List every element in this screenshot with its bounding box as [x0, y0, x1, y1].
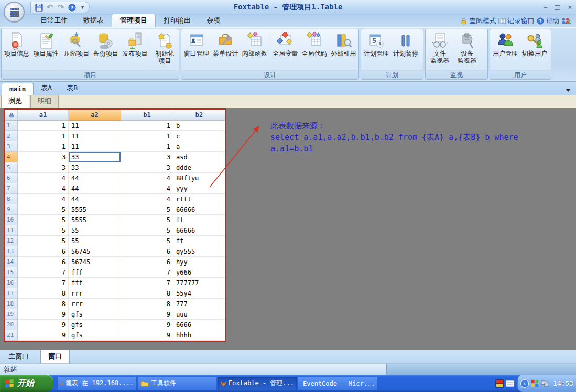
table-row[interactable]: 136567456gy555	[5, 246, 225, 257]
grid-cell[interactable]: 5	[18, 236, 69, 246]
row-number[interactable]: 1	[5, 121, 18, 131]
row-number[interactable]: 19	[5, 309, 18, 320]
grid-cell[interactable]: 8	[18, 299, 69, 309]
grid-cell[interactable]: rrr	[69, 288, 121, 299]
grid-cell[interactable]: gfs	[69, 309, 121, 320]
plan-pause-button[interactable]: 计划暂停	[391, 30, 420, 57]
global-variables-button[interactable]: 全局变量	[270, 30, 300, 57]
column-header-b2[interactable]: b2	[173, 110, 225, 121]
office-button[interactable]	[4, 2, 25, 23]
grid-cell[interactable]: 5	[18, 204, 69, 215]
table-row[interactable]: 209gfs96666	[5, 320, 225, 330]
table-row[interactable]: 11111b	[5, 121, 225, 131]
grid-cell[interactable]: 4	[18, 194, 69, 204]
grid-cell[interactable]: 3	[121, 152, 173, 162]
grid-cell[interactable]: gfs	[69, 330, 121, 341]
grid-cell[interactable]: 6	[18, 246, 69, 257]
grid-cell[interactable]: uuu	[173, 309, 225, 320]
grid-cell[interactable]: 9	[18, 320, 69, 330]
grid-cell[interactable]: 777	[173, 299, 225, 309]
grid-cell[interactable]: 8	[18, 288, 69, 299]
row-number[interactable]: 6	[5, 173, 18, 183]
taskbar-item-tools-folder[interactable]: 工具软件	[138, 377, 216, 390]
grid-cell[interactable]: 7	[18, 278, 69, 288]
table-row[interactable]: 74444yyy	[5, 183, 225, 194]
ime-keyboard-icon[interactable]	[506, 379, 514, 388]
grid-cell[interactable]: 9	[121, 309, 173, 320]
tab-misc[interactable]: 杂项	[199, 14, 228, 27]
grid-cell[interactable]: 5555	[69, 215, 121, 225]
grid-cell[interactable]: 56745	[69, 246, 121, 257]
grid-cell[interactable]: 44	[69, 183, 121, 194]
table-row[interactable]: 167fff7777777	[5, 278, 225, 288]
global-code-button[interactable]: 全局代码	[300, 30, 329, 57]
column-header-a1[interactable]: a1	[18, 110, 69, 121]
grid-cell[interactable]: fff	[69, 267, 121, 278]
grid-cell[interactable]: 5	[18, 215, 69, 225]
table-row[interactable]: 10555555ff	[5, 215, 225, 225]
grid-cell[interactable]: 11	[69, 141, 121, 152]
view-tab-browse[interactable]: 浏览	[1, 94, 29, 108]
tab-print-output[interactable]: 打印输出	[156, 14, 199, 27]
grid-cell[interactable]: 11	[69, 131, 121, 141]
compress-project-button[interactable]: 压缩项目	[62, 30, 91, 57]
grid-cell[interactable]: 1	[121, 141, 173, 152]
init-project-button[interactable]: 初始化 项目	[151, 30, 178, 64]
grid-cell[interactable]: 4	[121, 183, 173, 194]
table-tab-a[interactable]: 表A	[34, 82, 59, 95]
table-row[interactable]: 43333asd	[5, 152, 225, 162]
grid-cell[interactable]: hyy	[173, 257, 225, 267]
row-number[interactable]: 17	[5, 288, 18, 299]
view-tab-detail[interactable]: 明细	[30, 94, 59, 108]
tab-data-tables[interactable]: 数据表	[75, 14, 112, 27]
grid-cell[interactable]: 56745	[69, 257, 121, 267]
plan-manage-button[interactable]: 5 计划管理	[362, 30, 391, 57]
grid-cell[interactable]: 3	[121, 162, 173, 173]
grid-cell[interactable]: 9	[121, 330, 173, 341]
minimize-button[interactable]: –	[544, 4, 547, 10]
table-row[interactable]: 84444rttt	[5, 194, 225, 204]
table-tab-b[interactable]: 表B	[59, 82, 85, 95]
grid-cell[interactable]: 1	[18, 131, 69, 141]
row-number[interactable]: 15	[5, 267, 18, 278]
grid-cell[interactable]: ff	[173, 215, 225, 225]
grid-cell[interactable]: 1	[121, 121, 173, 131]
grid-cell[interactable]: 1	[18, 121, 69, 131]
grid-cell[interactable]: 11	[69, 121, 121, 131]
row-number[interactable]: 7	[5, 183, 18, 194]
review-mode-toggle[interactable]: 查阅模式	[460, 16, 496, 26]
grid-cell[interactable]: 9	[18, 330, 69, 341]
table-row[interactable]: 6444488ftyu	[5, 173, 225, 183]
grid-cell[interactable]: 9	[18, 309, 69, 320]
help-button[interactable]: ? 帮助	[537, 16, 559, 26]
column-header-b1[interactable]: b1	[121, 110, 173, 121]
grid-cell[interactable]: rrr	[69, 299, 121, 309]
row-number[interactable]: 20	[5, 320, 18, 330]
grid-cell[interactable]: gfs	[69, 320, 121, 330]
grid-cell[interactable]: 5	[121, 204, 173, 215]
grid-cell[interactable]: 5	[18, 225, 69, 236]
taskbar-item-foxtable-remote[interactable]: 狐表 在 192.168....	[58, 377, 136, 390]
grid-cell[interactable]: fff	[69, 278, 121, 288]
table-row[interactable]: 146567456hyy	[5, 257, 225, 267]
taskbar-item-foxtable-active[interactable]: Foxtable - 管理...	[218, 377, 297, 390]
users-icon[interactable]	[561, 17, 571, 25]
row-number[interactable]: 8	[5, 194, 18, 204]
grid-cell[interactable]: 6	[18, 257, 69, 267]
grid-cell[interactable]: 7	[121, 278, 173, 288]
row-number[interactable]: 4	[5, 152, 18, 162]
grid-cell[interactable]: 5555	[69, 204, 121, 215]
grid-cell[interactable]: 4	[121, 194, 173, 204]
table-row[interactable]: 157fff7y666	[5, 267, 225, 278]
grid-cell[interactable]: 1	[18, 141, 69, 152]
table-row[interactable]: 955555566666	[5, 204, 225, 215]
grid-cell[interactable]: 44	[69, 173, 121, 183]
table-row[interactable]: 11555566666	[5, 225, 225, 236]
grid-cell[interactable]: 33	[69, 152, 121, 162]
cell-editor[interactable]: 33	[69, 152, 121, 162]
restore-button[interactable]	[555, 5, 560, 10]
grid-cell[interactable]: 44	[69, 194, 121, 204]
grid-cell[interactable]: 5	[121, 225, 173, 236]
grid-cell[interactable]: 7	[121, 267, 173, 278]
file-monitor-button[interactable]: 文件 监视器	[426, 30, 453, 64]
